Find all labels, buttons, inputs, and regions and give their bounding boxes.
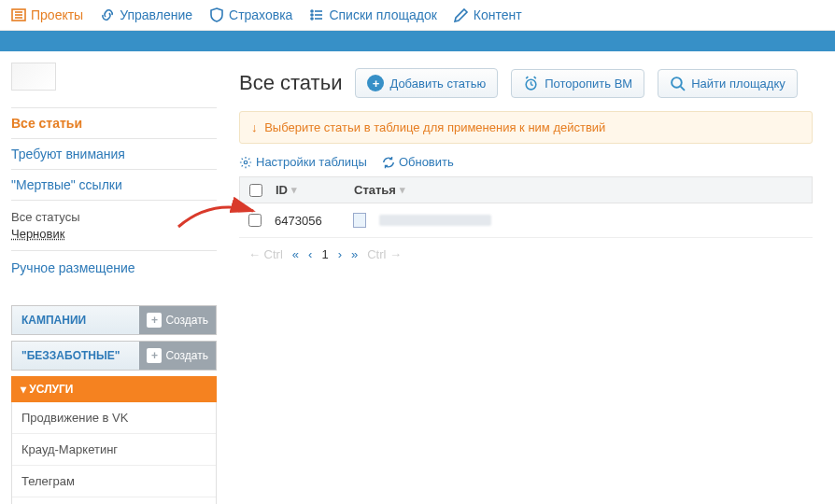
nav-management[interactable]: Управление: [100, 7, 192, 22]
down-arrow-icon: ↓: [251, 120, 258, 134]
service-vk[interactable]: Продвижение в VK: [12, 402, 216, 434]
accordion-campaigns-label[interactable]: КАМПАНИИ: [12, 306, 139, 334]
table-settings-link[interactable]: Настройки таблицы: [239, 155, 367, 169]
row-id: 6473056: [275, 214, 340, 228]
svg-point-15: [672, 77, 682, 88]
create-campaign-button[interactable]: + Создать: [139, 306, 216, 334]
filter-icon: ▾: [291, 184, 297, 196]
accordion-carefree-label[interactable]: "БЕЗЗАБОТНЫЕ": [12, 342, 139, 370]
sidebar: Все статьи Требуют внимания "Мертвые" сс…: [0, 51, 217, 504]
sidebar-manual-placement[interactable]: Ручное размещение: [11, 250, 217, 285]
nav-content[interactable]: Контент: [454, 7, 522, 22]
svg-point-9: [311, 18, 313, 20]
svg-line-13: [526, 77, 528, 78]
table-row: 6473056: [239, 203, 813, 238]
page-current: 1: [321, 247, 328, 261]
blue-bar: [0, 31, 835, 51]
ctrl-right-hint: Ctrl →: [367, 247, 402, 261]
sidebar-all-articles[interactable]: Все статьи: [11, 108, 217, 139]
nav-insurance[interactable]: Страховка: [209, 7, 292, 22]
plus-circle-icon: +: [367, 75, 384, 91]
refresh-icon: [382, 156, 395, 169]
hurry-wm-button[interactable]: Поторопить ВМ: [511, 69, 644, 98]
svg-line-12: [531, 84, 533, 85]
status-draft[interactable]: Черновик: [11, 227, 64, 241]
svg-line-16: [681, 86, 685, 90]
notice-bar: ↓ Выберите статьи в таблице для применен…: [239, 111, 813, 144]
page-prev[interactable]: ‹: [308, 247, 312, 261]
accordion: КАМПАНИИ + Создать "БЕЗЗАБОТНЫЕ" + Созда…: [11, 305, 217, 371]
accordion-campaigns: КАМПАНИИ + Создать: [11, 305, 217, 335]
pagination: ← Ctrl « ‹ 1 › » Ctrl →: [239, 238, 813, 271]
svg-point-8: [311, 14, 313, 16]
table-tools: Настройки таблицы Обновить: [239, 155, 813, 169]
gear-icon: [239, 156, 252, 169]
sidebar-dead-links[interactable]: "Мертвые" ссылки: [11, 170, 217, 201]
logo-placeholder: [11, 63, 56, 91]
list-icon: [11, 7, 26, 22]
column-id[interactable]: ID ▾: [276, 183, 341, 197]
page-next[interactable]: ›: [338, 247, 342, 261]
accordion-carefree: "БЕЗЗАБОТНЫЕ" + Создать: [11, 341, 217, 371]
alarm-icon: [523, 76, 539, 91]
service-boost[interactable]: Усиление сайта: [12, 497, 216, 504]
main-content: Все статьи + Добавить статью Поторопить …: [217, 51, 835, 504]
row-checkbox[interactable]: [248, 214, 262, 227]
link-icon: [100, 7, 115, 22]
page-title: Все статьи: [239, 71, 342, 95]
document-icon: [353, 213, 366, 228]
svg-point-7: [311, 10, 313, 12]
plus-icon: +: [147, 313, 162, 328]
ctrl-left-hint: ← Ctrl: [248, 247, 283, 261]
top-nav: Проекты Управление Страховка Списки площ…: [0, 0, 835, 31]
create-carefree-button[interactable]: + Создать: [139, 342, 216, 370]
services-header[interactable]: ▾ УСЛУГИ: [11, 376, 217, 402]
article-title-blurred: [379, 215, 491, 226]
shield-icon: [209, 7, 224, 22]
nav-lists[interactable]: Списки площадок: [309, 7, 436, 22]
checklist-icon: [309, 7, 324, 22]
table-header: ID ▾ Статья ▾: [239, 176, 813, 203]
nav-projects[interactable]: Проекты: [11, 7, 83, 22]
select-all-checkbox[interactable]: [249, 184, 262, 197]
filter-icon: ▾: [400, 184, 405, 196]
services-list: Продвижение в VK Крауд-Маркетинг Телегра…: [11, 402, 217, 504]
page-header: Все статьи + Добавить статью Поторопить …: [239, 68, 813, 98]
column-article[interactable]: Статья ▾: [354, 183, 405, 197]
search-icon: [670, 76, 686, 91]
svg-point-17: [244, 161, 248, 164]
add-article-button[interactable]: + Добавить статью: [355, 68, 498, 98]
status-all: Все статусы: [11, 210, 217, 224]
pen-icon: [454, 7, 469, 22]
service-crowd[interactable]: Крауд-Маркетинг: [12, 434, 216, 466]
sidebar-filters: Все статьи Требуют внимания "Мертвые" сс…: [11, 107, 217, 201]
status-block: Все статусы Черновик: [11, 201, 217, 250]
page-last[interactable]: »: [351, 247, 358, 261]
svg-line-14: [534, 77, 536, 78]
sidebar-need-attention[interactable]: Требуют внимания: [11, 139, 217, 170]
refresh-link[interactable]: Обновить: [382, 155, 454, 169]
page-first[interactable]: «: [292, 247, 299, 261]
find-site-button[interactable]: Найти площадку: [658, 69, 798, 98]
service-telegram[interactable]: Телеграм: [12, 466, 216, 497]
plus-icon: +: [147, 348, 162, 363]
